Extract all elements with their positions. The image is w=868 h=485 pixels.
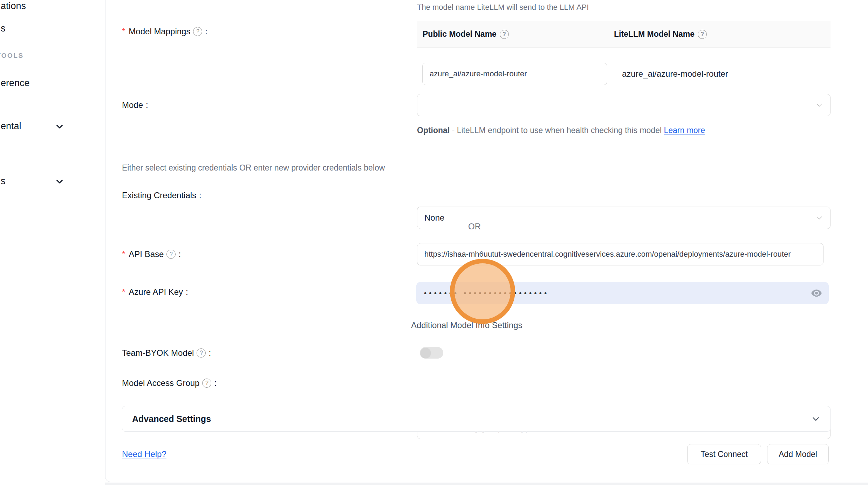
model-mappings-label: * Model Mappings ? : xyxy=(122,27,207,36)
chevron-down-icon xyxy=(815,101,823,109)
sidebar-item-ental[interactable]: ental xyxy=(1,121,21,132)
mode-hint: Optional - LiteLLM endpoint to use when … xyxy=(417,123,708,137)
team-byok-toggle[interactable] xyxy=(420,347,443,359)
page-background-strip xyxy=(105,483,868,485)
model-access-group-label: Model Access Group ? : xyxy=(122,378,217,388)
help-circle-icon[interactable]: ? xyxy=(197,348,206,358)
mode-label: Mode : xyxy=(122,100,148,110)
credentials-note: Either select existing credentials OR en… xyxy=(122,163,385,173)
mode-select[interactable] xyxy=(417,94,831,116)
sidebar-item-erence[interactable]: erence xyxy=(1,78,30,89)
table-header-row: Public Model Name ? LiteLLM Model Name ? xyxy=(417,21,831,48)
help-circle-icon[interactable]: ? xyxy=(500,30,509,39)
model-name-hint: The model name LiteLLM will send to the … xyxy=(417,3,589,12)
sidebar-section-tools: TOOLS xyxy=(0,52,24,60)
azure-api-key-label: * Azure API Key : xyxy=(122,287,188,297)
chevron-down-icon xyxy=(811,414,820,423)
api-base-input[interactable] xyxy=(417,243,823,265)
required-asterisk: * xyxy=(122,249,125,259)
public-model-name-input[interactable] xyxy=(422,63,607,85)
or-divider: OR xyxy=(122,220,831,234)
existing-credentials-label: Existing Credentials : xyxy=(122,190,201,200)
chevron-down-icon[interactable] xyxy=(55,177,64,186)
azure-api-key-input[interactable]: ••••••• ••••••••••••••••• xyxy=(416,282,829,304)
help-circle-icon[interactable]: ? xyxy=(202,379,211,388)
toggle-knob xyxy=(421,348,431,358)
model-mappings-table: Public Model Name ? LiteLLM Model Name ?… xyxy=(417,21,831,100)
litellm-model-name-value: azure_ai/azure-model-router xyxy=(622,69,728,79)
chevron-down-icon[interactable] xyxy=(55,122,64,131)
additional-settings-divider: Additional Model Info Settings xyxy=(122,319,831,333)
col-litellm-model-name: LiteLLM Model Name ? xyxy=(608,27,707,42)
eye-icon[interactable] xyxy=(811,287,822,299)
advanced-settings-title: Advanced Settings xyxy=(132,414,211,424)
advanced-settings-panel[interactable]: Advanced Settings xyxy=(122,406,831,432)
required-asterisk: * xyxy=(122,27,125,36)
api-base-label: * API Base ? : xyxy=(122,249,181,259)
team-byok-label: Team-BYOK Model ? : xyxy=(122,348,211,358)
additional-settings-divider-text: Additional Model Info Settings xyxy=(411,320,522,330)
or-divider-text: OR xyxy=(468,222,481,231)
help-circle-icon[interactable]: ? xyxy=(166,250,176,259)
need-help-link[interactable]: Need Help? xyxy=(122,449,166,459)
masked-key-value: ••••••• ••••••••••••••••• xyxy=(424,289,549,297)
col-public-model-name: Public Model Name ? xyxy=(417,29,608,39)
page: ations s TOOLS erence ental s The model … xyxy=(0,0,868,485)
add-model-button[interactable]: Add Model xyxy=(767,444,829,464)
required-asterisk: * xyxy=(122,287,125,297)
sidebar: ations s TOOLS erence ental s xyxy=(0,0,105,485)
test-connect-button[interactable]: Test Connect xyxy=(687,444,761,464)
sidebar-item-ations[interactable]: ations xyxy=(1,1,26,12)
sidebar-item-s1[interactable]: s xyxy=(1,23,6,34)
sidebar-item-s2[interactable]: s xyxy=(1,176,6,187)
help-circle-icon[interactable]: ? xyxy=(193,27,202,36)
help-circle-icon[interactable]: ? xyxy=(698,30,707,39)
learn-more-link[interactable]: Learn more xyxy=(664,126,705,135)
table-row: azure_ai/azure-model-router xyxy=(417,48,831,100)
